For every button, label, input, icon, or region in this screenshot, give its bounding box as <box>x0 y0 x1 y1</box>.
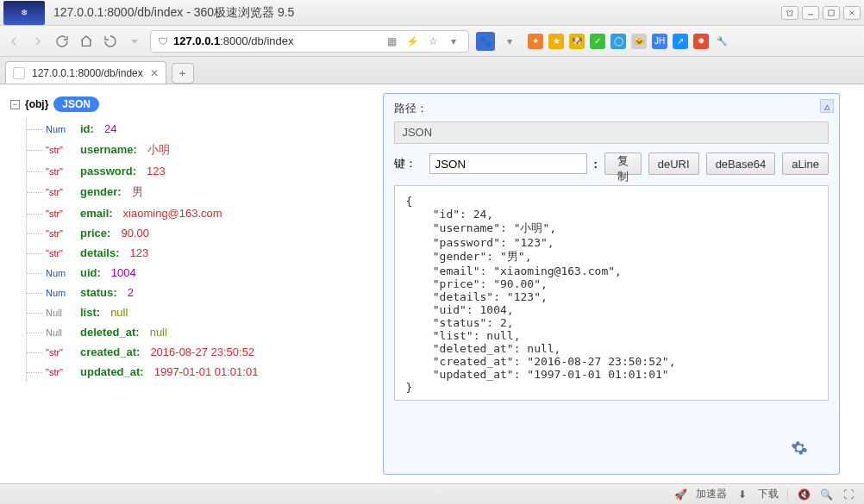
download-icon[interactable]: ⬇ <box>736 488 749 501</box>
tree-row[interactable]: Nulllist : null <box>27 302 367 322</box>
key-value: 123 <box>147 165 166 177</box>
deuri-button[interactable]: deURI <box>648 152 699 175</box>
ext-icon-4[interactable]: ✓ <box>590 34 605 49</box>
url-dropdown-icon[interactable]: ▾ <box>446 34 461 49</box>
key-value: 1997-01-01 01:01:01 <box>154 365 259 378</box>
status-accel[interactable]: 加速器 <box>696 487 727 501</box>
ext-icon-8[interactable]: ↗ <box>673 34 688 49</box>
tree-rows: Numid : 24"str"username : 小明"str"passwor… <box>26 119 367 382</box>
root-json-badge[interactable]: JSON <box>53 96 99 112</box>
home-button[interactable] <box>78 33 95 50</box>
tree-row[interactable]: Nulldeleted_at : null <box>27 322 367 342</box>
copy-button[interactable]: 复制 <box>604 152 642 175</box>
rocket-icon[interactable]: 🚀 <box>673 488 687 501</box>
mute-icon[interactable]: 🔇 <box>797 488 811 501</box>
back-button[interactable] <box>5 33 22 50</box>
flash-icon[interactable]: ⚡ <box>404 34 420 49</box>
status-download[interactable]: 下载 <box>758 487 779 501</box>
key-colon: : <box>109 207 112 220</box>
type-tag: Num <box>46 268 75 278</box>
tree-row[interactable]: Numuid : 1004 <box>27 263 367 283</box>
key-value: 小明 <box>147 142 170 158</box>
key-name: status <box>80 286 113 299</box>
tree-row[interactable]: Numid : 24 <box>27 119 367 139</box>
address-bar[interactable]: 🛡 127.0.0.1:8000/db/index ▦ ⚡ ☆ ▾ <box>150 30 469 53</box>
status-sep <box>787 488 788 501</box>
tree-row[interactable]: "str"updated_at : 1997-01-01 01:01:01 <box>27 362 367 382</box>
skin-button[interactable] <box>781 6 798 20</box>
detail-panel: ▵ 路径： JSON 键： : 复制 deURI deBase64 aLine … <box>383 93 840 475</box>
zoom-icon[interactable]: 🔍 <box>819 488 833 501</box>
key-colon: : <box>107 227 110 240</box>
ext-icon-9[interactable]: ✸ <box>693 34 709 49</box>
key-name: created_at <box>80 345 136 358</box>
key-value: 男 <box>132 184 143 200</box>
svg-marker-4 <box>131 40 138 44</box>
key-value: xiaoming@163.com <box>123 207 222 220</box>
type-tag: Num <box>46 124 75 134</box>
tab-close-icon[interactable]: ✕ <box>150 67 159 79</box>
url-text: 127.0.0.1:8000/db/index <box>173 34 379 47</box>
key-value: 24 <box>104 122 116 135</box>
tree-row[interactable]: "str"email : xiaoming@163.com <box>27 203 367 223</box>
aline-button[interactable]: aLine <box>782 152 829 175</box>
type-tag: "str" <box>46 187 75 197</box>
key-name: uid <box>80 266 97 279</box>
key-colon: : <box>97 306 100 319</box>
window-titlebar: ❄ 127.0.0.1:8000/db/index - 360极速浏览器 9.5 <box>0 0 864 26</box>
scroll-up-icon[interactable]: ▵ <box>820 99 834 113</box>
root-type-label: {obj} <box>25 98 48 110</box>
debase64-button[interactable]: deBase64 <box>706 152 776 175</box>
maximize-button[interactable] <box>823 6 840 20</box>
reload-button[interactable] <box>53 33 71 50</box>
gear-icon[interactable] <box>791 439 808 457</box>
type-tag: Num <box>46 288 75 298</box>
minimize-button[interactable] <box>802 6 819 20</box>
tree-row[interactable]: "str"username : 小明 <box>27 139 367 161</box>
ext-icon-3[interactable]: 🐶 <box>569 34 585 49</box>
ext-icon-6[interactable]: 🐱 <box>631 34 647 49</box>
wrench-icon[interactable]: 🔧 <box>714 34 729 49</box>
fullscreen-icon[interactable]: ⛶ <box>842 488 855 501</box>
qr-icon[interactable]: ▦ <box>384 34 399 49</box>
ext-icon-2[interactable]: ★ <box>548 34 564 49</box>
status-bar: 🚀 加速器 ⬇ 下载 🔇 🔍 ⛶ <box>0 483 864 504</box>
json-textarea[interactable]: { "id": 24, "username": "小明", "password"… <box>394 185 829 401</box>
search-dropdown-icon[interactable]: ▾ <box>502 34 517 49</box>
dropdown-history[interactable] <box>126 33 143 50</box>
tree-row[interactable]: "str"gender : 男 <box>27 181 367 203</box>
tree-root[interactable]: − {obj} JSON <box>10 96 367 112</box>
key-colon: : <box>113 286 116 299</box>
key-name: email <box>80 207 109 220</box>
tree-row[interactable]: "str"password : 123 <box>27 161 367 181</box>
tab-strip: 127.0.0.1:8000/db/index ✕ ＋ <box>0 57 864 84</box>
key-label: 键： <box>394 156 422 171</box>
star-icon[interactable]: ☆ <box>425 34 441 49</box>
type-tag: "str" <box>46 166 75 177</box>
collapse-icon[interactable]: − <box>10 100 20 109</box>
detail-panel-wrap: ▵ 路径： JSON 键： : 复制 deURI deBase64 aLine … <box>374 84 864 483</box>
forward-button[interactable] <box>29 33 47 50</box>
tree-row[interactable]: Numstatus : 2 <box>27 283 367 302</box>
key-colon: : <box>133 165 136 177</box>
tree-row[interactable]: "str"details : 123 <box>27 243 367 263</box>
key-colon: : <box>117 185 121 198</box>
new-tab-button[interactable]: ＋ <box>172 63 194 84</box>
ext-icon-1[interactable]: ✦ <box>528 34 543 49</box>
close-window-button[interactable] <box>843 6 861 20</box>
tree-row[interactable]: "str"created_at : 2016-08-27 23:50:52 <box>27 342 367 362</box>
key-colon: : <box>140 365 143 378</box>
svg-rect-1 <box>829 9 834 15</box>
key-name: id <box>80 122 91 135</box>
key-colon: : <box>136 345 140 358</box>
paw-search-icon[interactable]: 🐾 <box>476 32 495 51</box>
ext-icon-7[interactable]: JH <box>652 34 667 49</box>
key-value: 2016-08-27 23:50:52 <box>150 345 254 358</box>
tab-active[interactable]: 127.0.0.1:8000/db/index ✕ <box>5 61 166 84</box>
key-input[interactable] <box>429 153 587 174</box>
restore-button[interactable] <box>102 33 119 50</box>
key-name: password <box>80 165 133 177</box>
ext-icon-5[interactable]: ◯ <box>610 34 626 49</box>
path-value-box: JSON <box>394 121 829 144</box>
tree-row[interactable]: "str"price : 90.00 <box>27 223 367 243</box>
